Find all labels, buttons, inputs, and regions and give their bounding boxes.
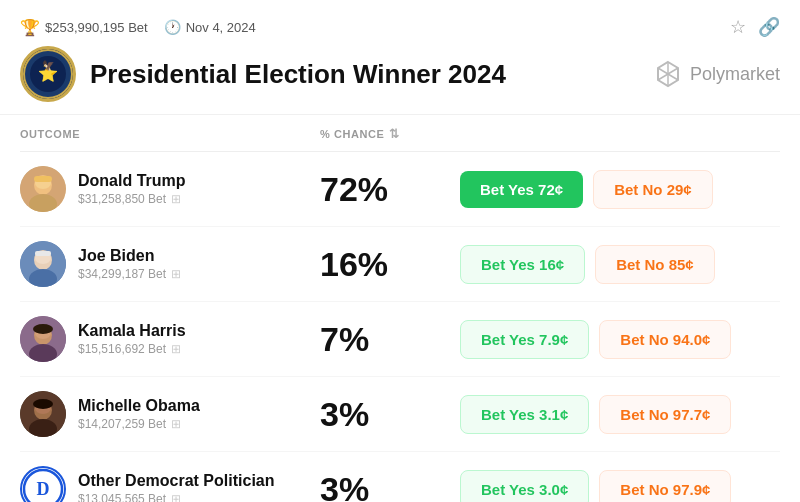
bet-no-biden[interactable]: Bet No 85¢ — [595, 245, 715, 284]
outcome-cell-biden: Joe Biden $34,299,187 Bet ⊞ — [20, 241, 320, 287]
bet-yes-dem[interactable]: Bet Yes 3.0¢ — [460, 470, 589, 503]
actions-trump: Bet Yes 72¢ Bet No 29¢ — [460, 170, 780, 209]
bet-icon: ⊞ — [171, 342, 181, 356]
outcome-cell-trump: Donald Trump $31,258,850 Bet ⊞ — [20, 166, 320, 212]
page-title: Presidential Election Winner 2024 — [90, 59, 506, 90]
outcome-bet-harris: $15,516,692 Bet ⊞ — [78, 342, 186, 356]
actions-harris: Bet Yes 7.9¢ Bet No 94.0¢ — [460, 320, 780, 359]
svg-point-27 — [33, 399, 53, 409]
bet-amount-item: 🏆 $253,990,195 Bet — [20, 18, 148, 37]
avatar-biden — [20, 241, 66, 287]
chance-biden: 16% — [320, 245, 460, 284]
bet-yes-harris[interactable]: Bet Yes 7.9¢ — [460, 320, 589, 359]
outcome-bet-trump: $31,258,850 Bet ⊞ — [78, 192, 186, 206]
presidential-seal: ⭐ 🦅 — [20, 46, 76, 102]
date-item: 🕐 Nov 4, 2024 — [164, 19, 256, 35]
avatar-trump — [20, 166, 66, 212]
table-row: Kamala Harris $15,516,692 Bet ⊞ 7% Bet Y… — [20, 302, 780, 377]
bet-icon: ⊞ — [171, 492, 181, 502]
bet-icon: ⊞ — [171, 417, 181, 431]
header-title-row: ⭐ 🦅 Presidential Election Winner 2024 Po… — [20, 46, 780, 102]
bet-amount: $253,990,195 Bet — [45, 20, 148, 35]
polymarket-logo: Polymarket — [654, 60, 780, 88]
col-outcome-header: OUTCOME — [20, 128, 320, 140]
bet-yes-trump[interactable]: Bet Yes 72¢ — [460, 171, 583, 208]
page-header: 🏆 $253,990,195 Bet 🕐 Nov 4, 2024 ☆ 🔗 ⭐ 🦅 — [0, 0, 800, 115]
outcome-name-dem: Other Democrat Politician — [78, 472, 275, 490]
header-top: 🏆 $253,990,195 Bet 🕐 Nov 4, 2024 ☆ 🔗 — [20, 16, 780, 38]
svg-point-22 — [33, 324, 53, 334]
outcome-bet-biden: $34,299,187 Bet ⊞ — [78, 267, 181, 281]
actions-dem: Bet Yes 3.0¢ Bet No 97.9¢ — [460, 470, 780, 503]
outcome-name-michelle: Michelle Obama — [78, 397, 200, 415]
bet-yes-michelle[interactable]: Bet Yes 3.1¢ — [460, 395, 589, 434]
chance-trump: 72% — [320, 170, 460, 209]
header-left: ⭐ 🦅 Presidential Election Winner 2024 — [20, 46, 506, 102]
svg-rect-12 — [34, 176, 52, 182]
chance-michelle: 3% — [320, 395, 460, 434]
header-meta: 🏆 $253,990,195 Bet 🕐 Nov 4, 2024 — [20, 18, 256, 37]
bet-no-trump[interactable]: Bet No 29¢ — [593, 170, 713, 209]
clock-icon: 🕐 — [164, 19, 181, 35]
outcome-info-biden: Joe Biden $34,299,187 Bet ⊞ — [78, 247, 181, 281]
bet-yes-biden[interactable]: Bet Yes 16¢ — [460, 245, 585, 284]
table-row: Donald Trump $31,258,850 Bet ⊞ 72% Bet Y… — [20, 152, 780, 227]
avatar-harris — [20, 316, 66, 362]
outcome-name-trump: Donald Trump — [78, 172, 186, 190]
outcome-name-harris: Kamala Harris — [78, 322, 186, 340]
avatar-michelle — [20, 391, 66, 437]
header-actions: ☆ 🔗 — [730, 16, 780, 38]
actions-michelle: Bet Yes 3.1¢ Bet No 97.7¢ — [460, 395, 780, 434]
outcome-cell-dem: D Other Democrat Politician $13,045,565 … — [20, 466, 320, 502]
svg-rect-17 — [35, 251, 51, 256]
outcome-info-dem: Other Democrat Politician $13,045,565 Be… — [78, 472, 275, 502]
bet-no-michelle[interactable]: Bet No 97.7¢ — [599, 395, 731, 434]
outcome-bet-michelle: $14,207,259 Bet ⊞ — [78, 417, 200, 431]
table-header: OUTCOME % CHANCE ⇅ — [20, 115, 780, 152]
outcome-cell-harris: Kamala Harris $15,516,692 Bet ⊞ — [20, 316, 320, 362]
svg-text:D: D — [37, 479, 50, 499]
table-row: Michelle Obama $14,207,259 Bet ⊞ 3% Bet … — [20, 377, 780, 452]
table-row: D Other Democrat Politician $13,045,565 … — [20, 452, 780, 502]
bet-no-dem[interactable]: Bet No 97.9¢ — [599, 470, 731, 503]
sort-icon[interactable]: ⇅ — [389, 127, 400, 141]
outcome-info-michelle: Michelle Obama $14,207,259 Bet ⊞ — [78, 397, 200, 431]
table-row: Joe Biden $34,299,187 Bet ⊞ 16% Bet Yes … — [20, 227, 780, 302]
bet-icon: ⊞ — [171, 192, 181, 206]
chance-harris: 7% — [320, 320, 460, 359]
header-date: Nov 4, 2024 — [186, 20, 256, 35]
polymarket-brand: Polymarket — [690, 64, 780, 85]
trophy-icon: 🏆 — [20, 18, 40, 37]
outcomes-table: OUTCOME % CHANCE ⇅ Donald Trump $31,258,… — [0, 115, 800, 502]
outcome-cell-michelle: Michelle Obama $14,207,259 Bet ⊞ — [20, 391, 320, 437]
outcome-info-trump: Donald Trump $31,258,850 Bet ⊞ — [78, 172, 186, 206]
bookmark-icon[interactable]: ☆ — [730, 16, 746, 38]
outcome-bet-dem: $13,045,565 Bet ⊞ — [78, 492, 275, 502]
bet-no-harris[interactable]: Bet No 94.0¢ — [599, 320, 731, 359]
share-icon[interactable]: 🔗 — [758, 16, 780, 38]
chance-dem: 3% — [320, 470, 460, 503]
bet-icon: ⊞ — [171, 267, 181, 281]
outcome-info-harris: Kamala Harris $15,516,692 Bet ⊞ — [78, 322, 186, 356]
outcome-name-biden: Joe Biden — [78, 247, 181, 265]
svg-text:🦅: 🦅 — [42, 59, 55, 72]
col-chance-header: % CHANCE ⇅ — [320, 127, 460, 141]
polymarket-hex-icon — [654, 60, 682, 88]
avatar-dem: D — [20, 466, 66, 502]
actions-biden: Bet Yes 16¢ Bet No 85¢ — [460, 245, 780, 284]
